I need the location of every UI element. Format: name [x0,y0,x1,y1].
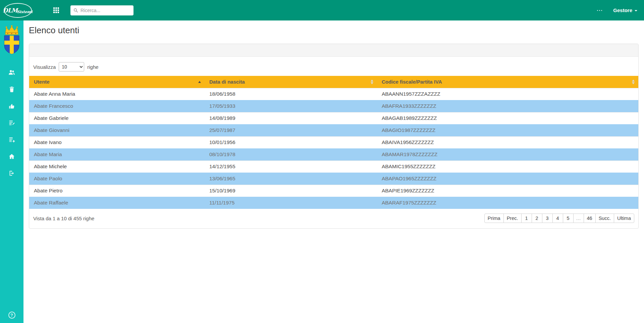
table-cell: 11/11/1975 [205,197,377,209]
list-plus-icon [8,136,15,143]
search-icon [73,8,78,13]
table-row[interactable]: Abate Giovanni25/07/1987ABAGIO1987ZZZZZZ… [29,124,638,136]
help-button[interactable]: ? [0,312,23,319]
table-row[interactable]: Abate Pietro15/10/1969ABAPIE1969ZZZZZZZ [29,185,638,197]
table-cell: ABAANN1957ZZZAZZZZ [377,88,638,100]
sort-both-icon [371,80,373,84]
page-button-3[interactable]: 3 [542,214,553,223]
sidebar-item-home[interactable] [0,148,23,165]
table-cell: Abate Paolo [29,173,205,185]
top-navbar: DLM Sistemi ⋯ Gestore [0,0,644,20]
table-row[interactable]: Abate Francesco17/05/1933ABAFRA1933ZZZZZ… [29,100,638,112]
table-row[interactable]: Abate Gabriele14/08/1989ABAGAB1989ZZZZZZ… [29,112,638,124]
table-cell: 18/06/1958 [205,88,377,100]
table-cell: 10/01/1956 [205,136,377,148]
table-cell: Abate Gabriele [29,112,205,124]
page-button-2[interactable]: 2 [532,214,542,223]
table-cell: ABAFRA1933ZZZZZZZ [377,100,638,112]
list-edit-icon [8,119,15,127]
users-table: UtenteData di nascitaCodice fiscale/Part… [29,76,638,209]
sidebar-item-list-plus[interactable] [0,131,23,148]
page-button-4[interactable]: 4 [552,214,563,223]
page-button-ultima[interactable]: Ultima [614,214,634,223]
table-cell: 08/10/1978 [205,148,377,160]
sidebar-item-list-edit[interactable] [0,114,23,131]
table-cell: Abate Pietro [29,185,205,197]
page-size-select[interactable]: 10 [59,62,84,72]
table-row[interactable]: Abate Raffaele11/11/1975ABARAF1975ZZZZZZ… [29,197,638,209]
table-cell: Abate Francesco [29,100,205,112]
table-cell: Abate Raffaele [29,197,205,209]
chevron-down-icon [635,10,637,11]
trash-icon [8,86,15,93]
table-cell: 17/05/1933 [205,100,377,112]
sidebar-item-trash[interactable] [0,81,23,98]
thumbs-up-icon [8,102,15,110]
brand-logo-oval: DLM Sistemi [4,3,32,18]
brand-text-sub: Sistemi [17,10,32,14]
page-size-control: Visualizza 10 righe [33,62,634,72]
page-button-46[interactable]: 46 [584,214,596,223]
sidebar-item-logout[interactable] [0,165,23,182]
table-info: Vista da 1 a 10 di 455 righe [33,216,94,221]
users-panel: Visualizza 10 righe UtenteData di nascit… [29,44,639,229]
column-header-utente[interactable]: Utente [29,76,205,88]
users-icon [8,69,15,76]
coat-of-arms [3,25,21,57]
question-icon: ? [8,312,15,319]
sidebar: ? [0,20,23,323]
brand-logo[interactable]: DLM Sistemi [0,0,35,20]
table-row[interactable]: Abate Paolo13/06/1965ABAPAO1965ZZZZZZZ [29,173,638,185]
page-button-1[interactable]: 1 [521,214,532,223]
table-cell: Abate Ivano [29,136,205,148]
more-menu-button[interactable]: ⋯ [596,7,603,13]
table-cell: ABAMAR1978ZZZZZZZ [377,148,638,160]
page-button-prima[interactable]: Prima [484,214,504,223]
page-button-prec[interactable]: Prec. [503,214,522,223]
navbar-search-input[interactable] [80,8,141,13]
sort-asc-icon [198,81,201,83]
table-cell: Abate Maria [29,148,205,160]
column-label: Utente [34,79,50,85]
table-row[interactable]: Abate Maria08/10/1978ABAMAR1978ZZZZZZZ [29,148,638,160]
table-cell: 25/07/1987 [205,124,377,136]
sidebar-item-thumbs-up[interactable] [0,98,23,114]
logout-icon [8,170,15,177]
table-cell: 13/06/1965 [205,173,377,185]
table-row[interactable]: Abate Michele14/12/1955ABAMIC1955ZZZZZZZ [29,160,638,173]
table-cell: 14/12/1955 [205,160,377,173]
page-button-succ[interactable]: Succ. [595,214,614,223]
pagination: PrimaPrec.12345…46Succ.Ultima [484,214,634,223]
table-row[interactable]: Abate Ivano10/01/1956ABAIVA1956ZZZZZZZ [29,136,638,148]
table-cell: Abate Anna Maria [29,88,205,100]
table-cell: ABAPAO1965ZZZZZZZ [377,173,638,185]
navbar-right: ⋯ Gestore [596,7,644,13]
user-menu-label: Gestore [613,7,632,13]
table-header-row: UtenteData di nascitaCodice fiscale/Part… [29,76,638,88]
column-label: Data di nascita [209,79,245,85]
table-cell: ABAPIE1969ZZZZZZZ [377,185,638,197]
column-header-data-di-nascita[interactable]: Data di nascita [205,76,377,88]
table-cell: ABAMIC1955ZZZZZZZ [377,160,638,173]
home-icon [8,153,15,160]
sort-both-icon [632,80,635,84]
table-footer: Vista da 1 a 10 di 455 righe PrimaPrec.1… [33,214,634,223]
table-cell: 15/10/1969 [205,185,377,197]
table-cell: ABAIVA1956ZZZZZZZ [377,136,638,148]
table-cell: Abate Giovanni [29,124,205,136]
table-row[interactable]: Abate Anna Maria18/06/1958ABAANN1957ZZZA… [29,88,638,100]
column-header-codice-fiscale-partita-iva[interactable]: Codice fiscale/Partita IVA [377,76,638,88]
apps-grid-icon[interactable] [53,7,59,13]
brand-text-main: DLM [3,7,17,14]
show-label: Visualizza [33,64,56,70]
table-cell: ABARAF1975ZZZZZZZ [377,197,638,209]
navbar-search [70,5,133,15]
main-content: + Elenco utenti Visualizza 10 righe Uten… [23,0,644,229]
page-title: Elenco utenti [29,25,639,36]
sidebar-item-users[interactable] [0,64,23,81]
table-cell: ABAGAB1989ZZZZZZZ [377,112,638,124]
page-button-ellipsis[interactable]: … [573,214,584,223]
user-menu-button[interactable]: Gestore [613,7,637,13]
page-button-5[interactable]: 5 [563,214,574,223]
table-cell: 14/08/1989 [205,112,377,124]
